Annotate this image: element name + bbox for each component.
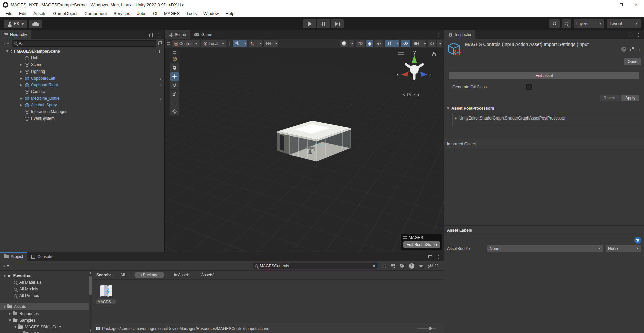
search-filter[interactable]: In Assets xyxy=(173,272,191,278)
expand-arrow-icon[interactable]: ▶ xyxy=(20,83,25,87)
kebab-menu-icon[interactable]: ⋮ xyxy=(436,254,441,259)
expand-arrow-icon[interactable]: ▼ xyxy=(2,274,7,277)
add-label-button[interactable] xyxy=(634,237,641,244)
revert-button[interactable]: Revert xyxy=(600,95,620,101)
lighting-toggle-button[interactable] xyxy=(366,40,373,47)
effects-toggle-button[interactable] xyxy=(385,40,394,47)
asset-result-item[interactable]: MAGES... xyxy=(96,283,116,304)
expand-arrow-icon[interactable]: ▶ xyxy=(20,97,25,100)
shading-mode-dropdown[interactable] xyxy=(348,40,354,47)
scrollbar-thumb[interactable] xyxy=(89,276,92,295)
create-asset-button[interactable]: + xyxy=(2,263,10,269)
view-tool-button[interactable] xyxy=(170,55,179,63)
close-button[interactable]: × xyxy=(629,0,644,9)
tree-row[interactable]: ▼ Samples xyxy=(0,317,89,324)
kebab-menu-icon[interactable]: ⋮ xyxy=(636,32,641,37)
menu-item[interactable]: Edit xyxy=(16,10,30,17)
hierarchy-item-row[interactable]: ▶ Scene › xyxy=(0,61,164,68)
favorites-filter-icon[interactable]: ★ xyxy=(419,263,423,269)
edit-asset-button[interactable]: Edit asset xyxy=(449,72,639,79)
play-button[interactable] xyxy=(303,19,316,28)
postprocessors-foldout[interactable]: ▼ Asset PostProcessors xyxy=(447,106,644,111)
grid-snapping-button[interactable]: Y xyxy=(233,40,241,47)
snap-increment-button[interactable] xyxy=(249,40,257,47)
search-filter[interactable]: All xyxy=(120,272,125,278)
hierarchy-item-row[interactable]: ▶ Medicine_Bottle › xyxy=(0,95,164,102)
menu-item[interactable]: CI xyxy=(150,10,161,17)
tree-row[interactable]: ▼ Assets xyxy=(0,303,89,310)
tab-hierarchy[interactable]: Hierarchy xyxy=(0,30,31,39)
search-filter[interactable]: 'Assets' xyxy=(200,272,215,278)
menu-item[interactable]: Jobs xyxy=(133,10,149,17)
menu-item[interactable]: Assets xyxy=(30,10,50,17)
effects-dropdown[interactable] xyxy=(394,40,399,47)
hidden-count-button[interactable]: 22 xyxy=(428,264,439,268)
favorite-item[interactable]: All Prefabs xyxy=(0,292,89,299)
room-model[interactable] xyxy=(272,110,356,171)
tab-scene[interactable]: Scene xyxy=(165,30,190,39)
lock-icon[interactable] xyxy=(629,34,632,37)
scene-visibility-button[interactable] xyxy=(401,40,410,47)
pause-button[interactable] xyxy=(317,19,330,28)
pick-icon[interactable] xyxy=(382,264,386,268)
gizmos-button[interactable] xyxy=(428,40,436,47)
generate-class-checkbox[interactable] xyxy=(526,84,532,90)
clear-search-icon[interactable]: × xyxy=(372,264,376,268)
menu-item[interactable]: Help xyxy=(222,10,238,17)
pick-icon[interactable] xyxy=(158,41,162,45)
expand-arrow-icon[interactable]: ▼ xyxy=(13,325,18,329)
prefab-chevron-icon[interactable]: › xyxy=(160,76,162,81)
kebab-menu-icon[interactable]: ⋮ xyxy=(157,49,162,54)
scroll-down-icon[interactable]: ▼ xyxy=(89,328,91,333)
hierarchy-item-row[interactable]: ▶ Lighting › xyxy=(0,68,164,75)
scroll-up-icon[interactable]: ▼ xyxy=(89,271,91,276)
presets-icon[interactable] xyxy=(629,47,634,51)
gizmos-dropdown[interactable] xyxy=(436,40,442,47)
snap-increment-dropdown[interactable] xyxy=(257,40,262,47)
menu-item[interactable]: File xyxy=(2,10,16,17)
kebab-menu-icon[interactable]: ⋮ xyxy=(436,32,440,37)
rotate-tool-button[interactable]: ↺ xyxy=(170,81,179,89)
search-by-type-icon[interactable] xyxy=(390,264,395,268)
grid-snapping-dropdown[interactable] xyxy=(241,40,247,47)
shading-mode-button[interactable] xyxy=(340,40,348,47)
menu-item[interactable]: MAGES xyxy=(161,10,183,17)
hierarchy-item-row[interactable]: ▶ CupboardRight › xyxy=(0,82,164,88)
project-tree-scrollbar[interactable]: ▼ ▼ xyxy=(89,271,92,333)
lock-icon[interactable] xyxy=(149,34,153,37)
import-log-icon[interactable]: ! xyxy=(409,263,414,269)
expand-arrow-icon[interactable]: ▶ xyxy=(455,116,457,120)
prefab-chevron-icon[interactable]: › xyxy=(160,103,162,108)
tree-row[interactable]: ▼ 0.3.0 xyxy=(0,330,89,333)
edit-scenegraph-button[interactable]: Edit SceneGraph xyxy=(403,241,440,248)
minimize-button[interactable] xyxy=(598,0,613,9)
account-button[interactable]: EK xyxy=(4,20,27,28)
measure-tool-dropdown[interactable] xyxy=(273,40,278,47)
expand-arrow-icon[interactable]: ▶ xyxy=(20,70,25,73)
lock-icon[interactable] xyxy=(432,52,437,56)
tab-project[interactable]: Project xyxy=(0,252,27,261)
layers-dropdown[interactable]: Layers xyxy=(574,19,604,28)
audio-toggle-button[interactable] xyxy=(375,40,383,47)
thumbnail-zoom-slider[interactable] xyxy=(417,328,436,329)
slider-knob[interactable] xyxy=(429,327,432,330)
transform-tool-button[interactable] xyxy=(170,107,179,115)
camera-settings-dropdown[interactable] xyxy=(421,40,426,47)
axis-gizmo[interactable]: y x z < Persp xyxy=(396,51,439,101)
scale-tool-button[interactable] xyxy=(170,90,179,98)
history-button[interactable]: ↺ xyxy=(549,19,560,28)
expand-arrow-icon[interactable]: ▶ xyxy=(7,312,13,315)
search-filter[interactable]: In Packages xyxy=(134,272,164,278)
hierarchy-item-row[interactable]: ▶ Alcohol_Spray › xyxy=(0,102,164,108)
menu-item[interactable]: Component xyxy=(81,10,110,17)
menu-item[interactable]: GameObject xyxy=(50,10,81,17)
postprocessor-row[interactable]: ▶ UnityEditor.ShaderGraph.ShaderGraphAss… xyxy=(455,114,637,122)
cloud-button[interactable] xyxy=(29,20,42,28)
kebab-menu-icon[interactable]: ⋮ xyxy=(637,47,641,52)
pivot-mode-button[interactable]: Center xyxy=(172,40,200,47)
project-search-input[interactable]: MAGESControls × xyxy=(253,263,378,269)
help-icon[interactable]: ? xyxy=(621,47,626,52)
space-mode-button[interactable]: Local xyxy=(201,40,226,47)
maximize-button[interactable] xyxy=(613,0,629,9)
search-by-label-icon[interactable] xyxy=(400,264,405,268)
